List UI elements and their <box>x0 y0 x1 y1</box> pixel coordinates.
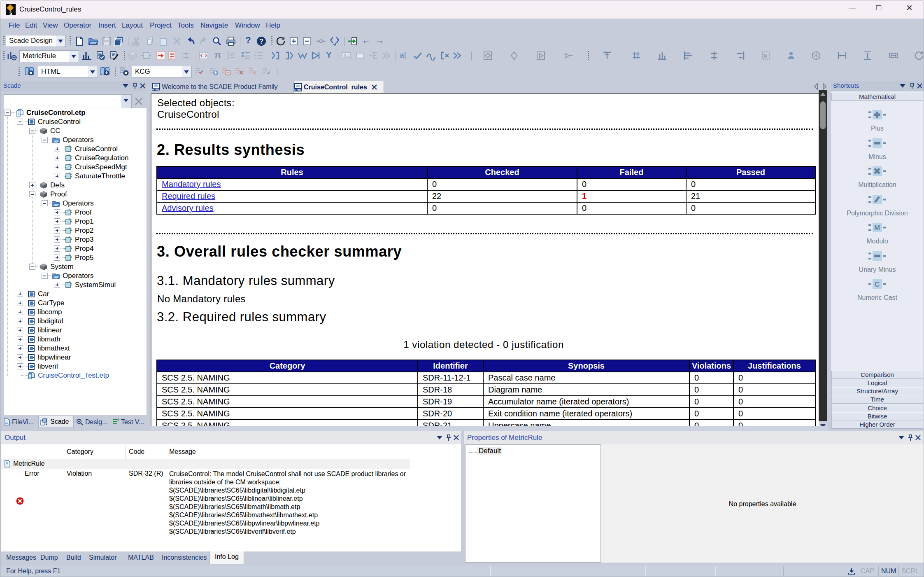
svg-text:HTML: HTML <box>294 89 302 91</box>
svg-text:?: ? <box>259 38 263 45</box>
svg-text:C: C <box>875 280 880 288</box>
svg-text:M: M <box>874 224 880 232</box>
svg-text:HTML: HTML <box>152 88 160 91</box>
